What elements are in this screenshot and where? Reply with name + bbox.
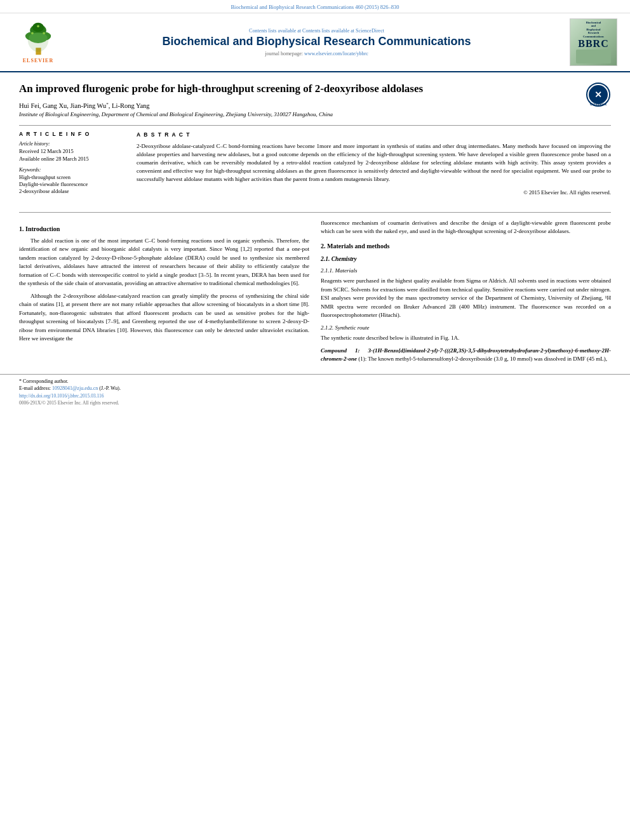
svg-text:CrossMark: CrossMark xyxy=(590,102,607,106)
received-date: Received 12 March 2015 xyxy=(19,148,127,154)
abstract-col: A B S T R A C T 2-Deoxyribose aldolase-c… xyxy=(137,131,611,199)
materials-text: Reagents were purchased in the highest q… xyxy=(321,277,611,320)
synthetic-route-intro: The synthetic route described below is i… xyxy=(321,334,611,343)
article-info-abstract-layout: A R T I C L E I N F O Article history: R… xyxy=(19,125,611,199)
authors-text: Hui Fei, Gang Xu, Jian-Ping Wu*, Li-Rong… xyxy=(19,102,150,109)
email-note: E-mail address: 10928041@zju.edu.cn (J.-… xyxy=(19,385,611,391)
journal-header: ELSEVIER Contents lists available at Con… xyxy=(0,13,630,72)
section2-1-1-title: 2.1.1. Materials xyxy=(321,267,611,276)
keywords-label: Keywords: xyxy=(19,167,127,173)
article-title-text: An improved flurogenic probe for high-th… xyxy=(19,83,423,95)
article-info-header: A R T I C L E I N F O xyxy=(19,131,127,137)
homepage-label: journal homepage: xyxy=(265,51,303,57)
abstract-header: A B S T R A C T xyxy=(137,131,611,138)
doi-line: http://dx.doi.org/10.1016/j.bbrc.2015.03… xyxy=(19,393,611,399)
compound1-label: Compound 1: xyxy=(321,347,360,354)
body-two-col: 1. Introduction The aldol reaction is on… xyxy=(0,219,630,368)
svg-point-8 xyxy=(43,32,45,34)
compound1-block: Compound 1: 3-(1H-Benzo[d]imidazol-2-yl)… xyxy=(321,347,611,364)
top-citation-bar: Biochemical and Biophysical Research Com… xyxy=(0,0,630,13)
journal-citation: Biochemical and Biophysical Research Com… xyxy=(231,4,399,10)
email-label: E-mail address: xyxy=(19,385,52,391)
right-continued-para: fluorescence mechanism of coumarin deriv… xyxy=(321,219,611,236)
synthetic-intro-text: The synthetic route described below is i… xyxy=(321,335,459,341)
affiliation: Institute of Biological Engineering, Dep… xyxy=(19,111,611,117)
email-address: 10928041@zju.edu.cn xyxy=(52,385,98,391)
crossmark-logo[interactable]: ✕ CrossMark xyxy=(586,82,611,107)
homepage-url: www.elsevier.com/locate/ybbrc xyxy=(304,51,368,57)
footnote-area: * Corresponding author. E-mail address: … xyxy=(0,374,630,408)
article-title-block: An improved flurogenic probe for high-th… xyxy=(19,82,611,96)
svg-point-5 xyxy=(29,32,47,43)
bbrc-logo-box: BiochemicalandBiophysicalResearchCommuni… xyxy=(570,18,617,66)
article-content: An improved flurogenic probe for high-th… xyxy=(0,72,630,206)
keywords-block: Keywords: High-throughput screen Dayligh… xyxy=(19,167,127,194)
compound1-details: (1): The known methyl-5-toluenesulfonyl-… xyxy=(358,356,607,362)
available-date: Available online 28 March 2015 xyxy=(19,156,127,162)
elsevier-tree-icon xyxy=(18,22,59,57)
journal-homepage: journal homepage: www.elsevier.com/locat… xyxy=(70,51,563,57)
section-divider xyxy=(19,212,611,213)
body-left-col: 1. Introduction The aldol reaction is on… xyxy=(19,219,309,368)
copyright-line: © 2015 Elsevier Inc. All rights reserved… xyxy=(137,189,611,196)
abstract-text: 2-Deoxyribose aldolase-catalyzed C–C bon… xyxy=(137,142,611,183)
svg-text:✕: ✕ xyxy=(594,90,602,100)
intro-paragraph-1: The aldol reaction is one of the most im… xyxy=(19,237,309,288)
section2-1-2-title: 2.1.2. Synthetic route xyxy=(321,324,611,333)
bottom-rights: 0006-291X/© 2015 Elsevier Inc. All right… xyxy=(19,400,611,406)
corresponding-note: * Corresponding author. xyxy=(19,378,611,384)
keyword-1: High-throughput screen xyxy=(19,174,127,180)
svg-point-7 xyxy=(31,32,34,34)
intro-paragraph-2: Although the 2-deoxyribose aldolase-cata… xyxy=(19,292,309,343)
email-name: (J.-P. Wu). xyxy=(99,385,121,391)
journal-name: Biochemical and Biophysical Research Com… xyxy=(70,35,563,49)
bbrc-inner: BiochemicalandBiophysicalResearchCommuni… xyxy=(570,19,617,65)
history-label: Article history: xyxy=(19,141,127,147)
keyword-3: 2-deoxyribose aldolase xyxy=(19,188,127,194)
crossmark-svg: ✕ CrossMark xyxy=(586,82,611,107)
section2-1-title: 2.1. Chemistry xyxy=(321,255,611,263)
contents-label: Contents lists available at xyxy=(249,28,302,34)
bbrc-title-small: BiochemicalandBiophysicalResearchCommuni… xyxy=(583,21,604,38)
sciencedirect-text: Contents lists available at ScienceDirec… xyxy=(302,28,384,34)
sciencedirect-link: Contents lists available at Contents lis… xyxy=(70,28,563,34)
bbrc-image-area xyxy=(576,50,611,63)
article-history-block: Article history: Received 12 March 2015 … xyxy=(19,141,127,162)
section1-title: 1. Introduction xyxy=(19,224,309,234)
authors: Hui Fei, Gang Xu, Jian-Ping Wu*, Li-Rong… xyxy=(19,101,611,109)
svg-point-9 xyxy=(37,25,39,27)
elsevier-wordmark: ELSEVIER xyxy=(23,58,53,63)
body-right-col: fluorescence mechanism of coumarin deriv… xyxy=(321,219,611,368)
journal-title-block: Contents lists available at Contents lis… xyxy=(70,28,563,57)
bbrc-letters: BBRC xyxy=(578,38,608,50)
elsevier-logo: ELSEVIER xyxy=(13,22,64,63)
keyword-2: Daylight-viewable fluorescence xyxy=(19,181,127,187)
article-info-col: A R T I C L E I N F O Article history: R… xyxy=(19,131,127,199)
section2-title: 2. Materials and methods xyxy=(321,241,611,251)
page-container: Biochemical and Biophysical Research Com… xyxy=(0,0,630,408)
